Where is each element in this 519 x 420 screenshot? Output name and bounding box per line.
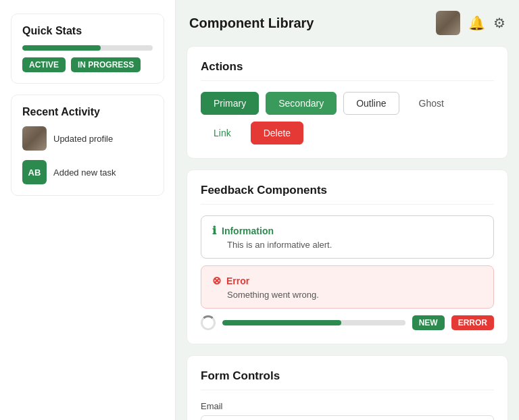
btn-outline[interactable]: Outline (343, 92, 399, 115)
quick-stats-badges: ACTIVE IN PROGRESS (22, 57, 153, 72)
info-icon: ℹ (212, 224, 216, 237)
header-avatar[interactable] (436, 11, 460, 35)
badge-active: ACTIVE (22, 57, 66, 72)
quick-stats-title: Quick Stats (22, 25, 153, 37)
alert-error: ⊗ Error Something went wrong. (201, 265, 494, 309)
btn-delete[interactable]: Delete (251, 122, 303, 145)
alert-info: ℹ Information This is an informative ale… (201, 215, 494, 259)
activity-item-0: Updated profile (22, 126, 153, 151)
quick-stats-progress-fill (22, 45, 101, 51)
recent-activity-section: Recent Activity Updated profile AB Added… (11, 95, 164, 196)
alert-info-title: Information (222, 226, 274, 236)
alert-error-body: Something went wrong. (212, 290, 483, 300)
spinner-icon (201, 315, 216, 330)
recent-activity-title: Recent Activity (22, 106, 153, 118)
btn-ghost[interactable]: Ghost (406, 92, 457, 115)
header-icons: 🔔 ⚙ (436, 11, 505, 35)
activity-list: Updated profile AB Added new task (22, 126, 153, 184)
alert-error-header: ⊗ Error (212, 274, 483, 287)
avatar-initials-text: AB (22, 160, 47, 184)
quick-stats-progress-bar (22, 45, 153, 51)
badge-new: NEW (412, 315, 445, 330)
gear-icon[interactable]: ⚙ (493, 15, 505, 31)
form-controls-card: Form Controls Email (187, 355, 508, 420)
feedback-progress-fill (222, 320, 341, 325)
error-icon: ⊗ (212, 274, 221, 287)
bell-icon[interactable]: 🔔 (468, 15, 485, 31)
alert-info-body: This is an informative alert. (212, 240, 483, 250)
main-header: Component Library 🔔 ⚙ (187, 11, 508, 35)
btn-secondary[interactable]: Secondary (266, 92, 337, 115)
feedback-card: Feedback Components ℹ Information This i… (187, 169, 508, 344)
progress-badges-row: NEW ERROR (201, 315, 494, 330)
alert-error-title: Error (226, 275, 249, 286)
activity-text-1: Added new task (53, 167, 116, 178)
email-form-group: Email (201, 401, 494, 420)
feedback-card-title: Feedback Components (201, 184, 494, 205)
activity-text-0: Updated profile (53, 134, 113, 144)
badge-error: ERROR (451, 315, 494, 330)
actions-card-title: Actions (201, 60, 494, 81)
quick-stats-section: Quick Stats ACTIVE IN PROGRESS (11, 14, 164, 84)
main-content: Component Library 🔔 ⚙ Actions Primary Se… (176, 0, 519, 420)
sidebar: Quick Stats ACTIVE IN PROGRESS Recent Ac… (0, 0, 176, 420)
button-row: Primary Secondary Outline Ghost Link Del… (201, 92, 494, 145)
alert-info-header: ℹ Information (212, 224, 483, 237)
form-controls-title: Form Controls (201, 369, 494, 390)
avatar-initials: AB (22, 160, 47, 184)
avatar-photo-img (22, 126, 47, 151)
actions-card: Actions Primary Secondary Outline Ghost … (187, 46, 508, 159)
email-label: Email (201, 401, 494, 411)
avatar-photo (22, 126, 47, 151)
feedback-progress-bar (222, 320, 405, 325)
badge-inprogress: IN PROGRESS (71, 57, 141, 72)
email-input[interactable] (201, 415, 494, 420)
activity-item-1: AB Added new task (22, 160, 153, 184)
btn-primary[interactable]: Primary (201, 92, 259, 115)
page-title: Component Library (189, 16, 314, 31)
btn-link[interactable]: Link (201, 122, 244, 145)
